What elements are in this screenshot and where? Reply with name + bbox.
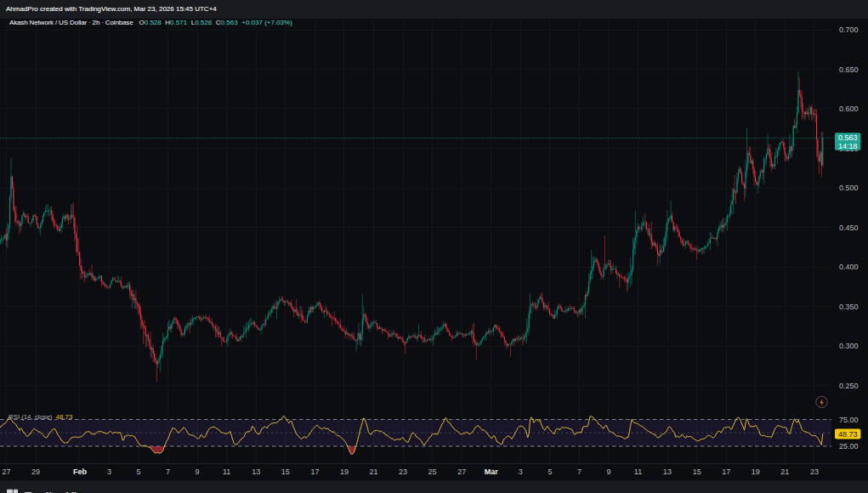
- svg-text:15: 15: [693, 468, 701, 476]
- svg-text:15: 15: [281, 468, 290, 476]
- svg-text:9: 9: [196, 468, 200, 476]
- svg-text:48.73: 48.73: [838, 430, 858, 439]
- svg-text:75.00: 75.00: [839, 416, 859, 424]
- svg-text:27: 27: [457, 468, 466, 476]
- svg-text:0.650: 0.650: [839, 65, 859, 74]
- svg-text:5: 5: [136, 468, 140, 476]
- svg-text:0.450: 0.450: [839, 224, 859, 232]
- svg-text:29: 29: [31, 468, 40, 476]
- svg-text:19: 19: [340, 468, 349, 476]
- svg-text:0.350: 0.350: [839, 303, 859, 311]
- svg-text:23: 23: [399, 468, 407, 476]
- svg-text:0.563: 0.563: [838, 133, 858, 142]
- svg-text:21: 21: [369, 468, 377, 476]
- svg-text:7: 7: [166, 468, 170, 476]
- svg-text:0.500: 0.500: [839, 184, 859, 192]
- svg-text:23: 23: [810, 468, 819, 476]
- svg-text:13: 13: [663, 468, 672, 476]
- svg-text:0.250: 0.250: [839, 382, 859, 390]
- svg-text:TradingView: TradingView: [25, 490, 93, 493]
- svg-text:0.300: 0.300: [839, 342, 859, 350]
- svg-text:0.600: 0.600: [839, 105, 859, 113]
- svg-text:27: 27: [2, 468, 10, 476]
- svg-text:0.700: 0.700: [839, 26, 859, 34]
- svg-text:3: 3: [107, 468, 111, 476]
- svg-text:14:18: 14:18: [838, 142, 858, 150]
- svg-text:21: 21: [780, 468, 789, 476]
- svg-text:5: 5: [547, 468, 552, 476]
- svg-text:11: 11: [634, 468, 642, 476]
- svg-text:17: 17: [722, 468, 730, 476]
- svg-text:17: 17: [310, 468, 319, 476]
- svg-text:13: 13: [252, 468, 260, 476]
- svg-text:Feb: Feb: [73, 468, 88, 476]
- svg-text:3: 3: [519, 468, 523, 476]
- svg-text:Mar: Mar: [485, 468, 499, 476]
- svg-text:25: 25: [428, 468, 437, 476]
- svg-text:25.00: 25.00: [839, 442, 859, 450]
- svg-text:0.400: 0.400: [839, 263, 859, 271]
- svg-text:7: 7: [577, 468, 582, 476]
- svg-text:9: 9: [606, 468, 610, 476]
- svg-text:11: 11: [223, 468, 230, 476]
- svg-text:19: 19: [752, 468, 760, 476]
